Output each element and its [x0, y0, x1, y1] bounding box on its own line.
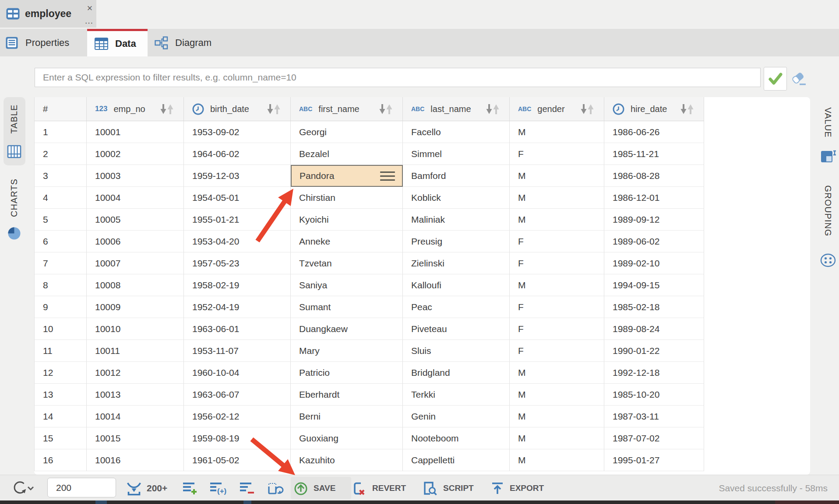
column-header-hire_date[interactable]: hire_date [604, 97, 704, 121]
data-cell-birth_date[interactable]: 1955-01-21 [184, 209, 291, 231]
close-icon[interactable]: × [85, 3, 95, 14]
column-header-birth_date[interactable]: birth_date [184, 97, 291, 121]
data-cell-hire_date[interactable]: 1994-09-15 [604, 274, 704, 296]
data-cell-last_name[interactable]: Bamford [403, 165, 510, 187]
column-header-emp_no[interactable]: 123emp_no [87, 97, 184, 121]
data-cell-birth_date[interactable]: 1961-05-02 [184, 449, 291, 471]
data-cell-birth_date[interactable]: 1952-04-19 [184, 296, 291, 318]
data-cell-emp_no[interactable]: 10003 [87, 165, 184, 187]
row-number-cell[interactable]: 3 [34, 165, 87, 187]
data-cell-hire_date[interactable]: 1987-03-11 [604, 406, 704, 427]
row-number-cell[interactable]: 15 [34, 427, 87, 449]
data-cell-emp_no[interactable]: 10016 [87, 449, 184, 471]
data-cell-first_name[interactable]: Sumant [291, 296, 403, 318]
data-cell-emp_no[interactable]: 10001 [87, 121, 184, 143]
data-cell-last_name[interactable]: Genin [403, 406, 510, 427]
data-cell-hire_date[interactable]: 1989-09-12 [604, 209, 704, 231]
save-button[interactable]: SAVE [293, 475, 335, 501]
row-number-cell[interactable]: 6 [34, 231, 87, 252]
data-cell-hire_date[interactable]: 1985-10-20 [604, 384, 704, 406]
row-number-cell[interactable]: 14 [34, 406, 87, 427]
row-number-cell[interactable]: 16 [34, 449, 87, 471]
data-cell-birth_date[interactable]: 1964-06-02 [184, 143, 291, 165]
data-cell-gender[interactable]: M [510, 362, 604, 384]
data-cell-first_name[interactable]: Anneke [291, 231, 403, 252]
data-cell-first_name[interactable]: Mary [291, 340, 403, 362]
data-cell-gender[interactable]: M [510, 187, 604, 209]
row-number-cell[interactable]: 12 [34, 362, 87, 384]
data-cell-gender[interactable]: F [510, 231, 604, 252]
sort-toggle-icon[interactable] [159, 103, 175, 115]
tab-diagram[interactable]: Diagram [148, 29, 226, 56]
cell-menu-icon[interactable] [380, 169, 395, 183]
data-cell-emp_no[interactable]: 10009 [87, 296, 184, 318]
sidebar-tab-grouping[interactable]: GROUPING [823, 186, 833, 237]
fetch-size-input[interactable]: 200 [47, 478, 116, 497]
delete-row-button[interactable] [239, 475, 255, 501]
data-cell-emp_no[interactable]: 10006 [87, 231, 184, 252]
data-cell-last_name[interactable]: Koblick [403, 187, 510, 209]
data-cell-emp_no[interactable]: 10007 [87, 252, 184, 274]
data-cell-gender[interactable]: M [510, 449, 604, 471]
data-cell-first_name[interactable]: Tzvetan [291, 252, 403, 274]
data-cell-birth_date[interactable]: 1963-06-01 [184, 318, 291, 340]
script-button[interactable]: SCRIPT [421, 475, 474, 501]
tab-employee[interactable]: employee [0, 0, 96, 28]
fetch-next-page-button[interactable]: 200+ [126, 475, 167, 501]
sort-toggle-icon[interactable] [485, 103, 501, 115]
data-cell-gender[interactable]: M [510, 121, 604, 143]
data-cell-emp_no[interactable]: 10015 [87, 427, 184, 449]
data-cell-gender[interactable]: M [510, 406, 604, 427]
data-cell-hire_date[interactable]: 1986-12-01 [604, 187, 704, 209]
revert-button[interactable]: REVERT [350, 475, 406, 501]
sql-filter-input[interactable]: Enter a SQL expression to filter results… [35, 68, 761, 87]
data-cell-last_name[interactable]: Kalloufi [403, 274, 510, 296]
row-number-cell[interactable]: 11 [34, 340, 87, 362]
data-cell-birth_date[interactable]: 1953-09-02 [184, 121, 291, 143]
data-cell-hire_date[interactable]: 1989-08-24 [604, 318, 704, 340]
data-cell-hire_date[interactable]: 1986-08-28 [604, 165, 704, 187]
data-cell-last_name[interactable]: Cappelletti [403, 449, 510, 471]
data-cell-first_name[interactable]: Berni [291, 406, 403, 427]
apply-filter-button[interactable] [764, 67, 787, 91]
data-cell-gender[interactable]: M [510, 274, 604, 296]
column-header-rownum[interactable]: # [34, 97, 87, 121]
row-number-cell[interactable]: 13 [34, 384, 87, 406]
data-cell-hire_date[interactable]: 1987-07-02 [604, 427, 704, 449]
row-number-cell[interactable]: 4 [34, 187, 87, 209]
data-cell-emp_no[interactable]: 10005 [87, 209, 184, 231]
data-cell-hire_date[interactable]: 1990-01-22 [604, 340, 704, 362]
row-number-cell[interactable]: 1 [34, 121, 87, 143]
data-cell-gender[interactable]: F [510, 296, 604, 318]
data-cell-gender[interactable]: M [510, 427, 604, 449]
data-cell-hire_date[interactable]: 1989-02-10 [604, 252, 704, 274]
data-cell-last_name[interactable]: Facello [403, 121, 510, 143]
data-cell-birth_date[interactable]: 1957-05-23 [184, 252, 291, 274]
data-cell-gender[interactable]: F [510, 340, 604, 362]
data-cell-birth_date[interactable]: 1963-06-07 [184, 384, 291, 406]
row-number-cell[interactable]: 9 [34, 296, 87, 318]
data-cell-last_name[interactable]: Maliniak [403, 209, 510, 231]
row-number-cell[interactable]: 10 [34, 318, 87, 340]
refresh-row-button[interactable] [266, 475, 284, 501]
data-cell-birth_date[interactable]: 1956-02-12 [184, 406, 291, 427]
data-cell-first_name[interactable]: Saniya [291, 274, 403, 296]
data-cell-last_name[interactable]: Piveteau [403, 318, 510, 340]
data-cell-hire_date[interactable]: 1992-12-18 [604, 362, 704, 384]
data-cell-first_name[interactable]: Duangkaew [291, 318, 403, 340]
sidebar-tab-value[interactable]: VALUE [823, 107, 833, 137]
data-cell-last_name[interactable]: Peac [403, 296, 510, 318]
column-header-first_name[interactable]: ABCfirst_name [291, 97, 403, 121]
data-cell-birth_date[interactable]: 1959-12-03 [184, 165, 291, 187]
sort-toggle-icon[interactable] [679, 103, 695, 115]
sort-toggle-icon[interactable] [579, 103, 595, 115]
data-cell-emp_no[interactable]: 10002 [87, 143, 184, 165]
data-cell-first_name[interactable]: Guoxiang [291, 427, 403, 449]
data-cell-emp_no[interactable]: 10004 [87, 187, 184, 209]
data-cell-gender[interactable]: M [510, 384, 604, 406]
data-cell-last_name[interactable]: Sluis [403, 340, 510, 362]
clear-filter-icon[interactable] [790, 71, 807, 88]
data-cell-first_name[interactable]: Kyoichi [291, 209, 403, 231]
data-cell-last_name[interactable]: Bridgland [403, 362, 510, 384]
data-cell-first_name[interactable]: Chirstian [291, 187, 403, 209]
